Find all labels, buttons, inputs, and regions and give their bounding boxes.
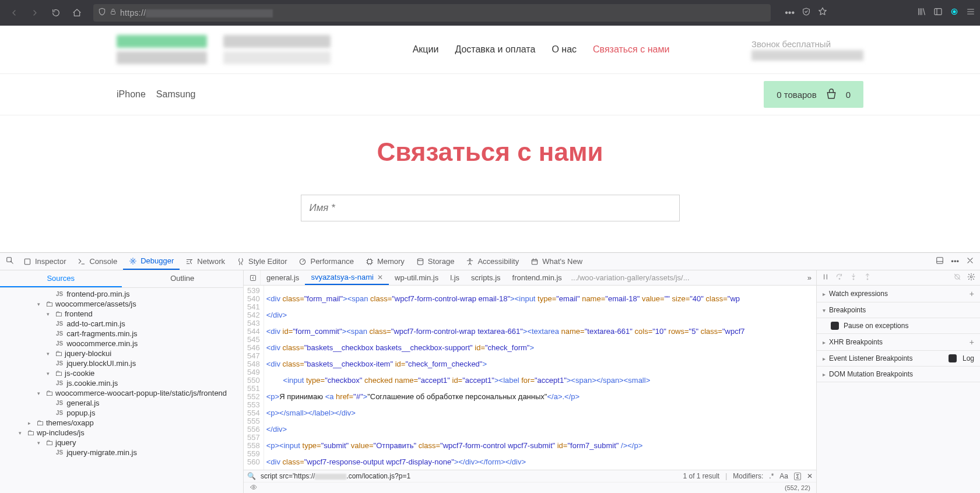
whole-word-icon[interactable]: ⵉ: [794, 473, 801, 480]
tree-file[interactable]: JSwoocommerce.min.js: [0, 339, 243, 348]
page-actions-icon[interactable]: •••: [785, 8, 795, 18]
svg-rect-1: [935, 9, 942, 15]
tab-performance[interactable]: Performance: [293, 253, 359, 270]
tab-iphone[interactable]: iPhone: [117, 89, 146, 100]
tree-file[interactable]: JSjs.cookie.min.js: [0, 378, 243, 388]
reader-icon[interactable]: [802, 7, 811, 19]
log-checkbox-icon[interactable]: [949, 354, 957, 362]
tab-whatsnew[interactable]: What's New: [525, 253, 588, 270]
case-icon[interactable]: Aa: [779, 472, 788, 480]
close-icon[interactable]: ✕: [377, 273, 383, 281]
menu-promo[interactable]: Акции: [413, 44, 439, 55]
xhr-breakpoints[interactable]: ▸XHR Breakpoints+: [817, 334, 980, 351]
outline-tab[interactable]: Outline: [122, 270, 244, 287]
tree-folder[interactable]: ▾🗀js-cookie: [0, 368, 243, 378]
pause-on-exceptions[interactable]: Pause on exceptions: [817, 318, 980, 334]
tree-folder[interactable]: ▾🗀jquery-blockui: [0, 348, 243, 358]
file-tab-scripts[interactable]: scripts.js: [465, 270, 507, 285]
source-tree[interactable]: JSfrontend-pro.min.js ▾🗀woocommerce/asse…: [0, 288, 243, 493]
tree-folder[interactable]: ▸🗀themes/oxapp: [0, 418, 243, 428]
step-in-icon[interactable]: [849, 273, 858, 283]
tab-inspector[interactable]: Inspector: [17, 253, 72, 270]
checkbox-icon[interactable]: [831, 322, 839, 330]
tree-file[interactable]: JSgeneral.js: [0, 398, 243, 408]
tree-folder[interactable]: ▾🗀wp-includes/js: [0, 428, 243, 438]
regex-icon[interactable]: .*: [769, 472, 774, 480]
pick-element-icon[interactable]: [2, 256, 17, 266]
forward-button[interactable]: [26, 3, 44, 22]
cart-widget[interactable]: 0 товаров 0: [764, 81, 863, 108]
url-bar[interactable]: https://: [93, 4, 771, 22]
bookmark-star-icon[interactable]: [818, 7, 827, 19]
home-button[interactable]: [68, 3, 86, 22]
page-title: Связаться с нами: [0, 138, 980, 167]
tree-file[interactable]: JScart-fragments.min.js: [0, 329, 243, 339]
file-tab-general[interactable]: general.js: [261, 270, 305, 285]
tab-storage[interactable]: Storage: [410, 253, 461, 270]
dom-mutation-breakpoints[interactable]: ▸DOM Mutation Breakpoints: [817, 367, 980, 382]
status-bar: (552, 22): [244, 482, 816, 493]
pause-icon[interactable]: [821, 273, 830, 283]
tree-folder[interactable]: ▾🗀woocommerce-woocart-popup-lite/static/…: [0, 388, 243, 398]
tree-folder[interactable]: ▾🗀woocommerce/assets/js: [0, 299, 243, 309]
overflow-icon[interactable]: »: [803, 273, 816, 282]
file-tab-prev-icon[interactable]: [246, 270, 261, 285]
logo-redacted-1: [117, 35, 207, 64]
file-tab-svyaz[interactable]: svyazatsya-s-nami✕: [305, 270, 389, 285]
disable-breakpoints-icon[interactable]: [953, 273, 961, 283]
devtools-close-icon[interactable]: [963, 256, 978, 266]
name-input[interactable]: [301, 195, 680, 221]
svg-rect-12: [937, 258, 943, 264]
watch-eye-icon[interactable]: [250, 484, 258, 492]
page: Акции Доставка и оплата О нас Связаться …: [0, 26, 980, 252]
tab-samsung[interactable]: Samsung: [156, 89, 196, 100]
devtools-more-icon[interactable]: •••: [947, 257, 963, 266]
tab-style-editor[interactable]: Style Editor: [231, 253, 293, 270]
browser-toolbar: https:// •••: [0, 0, 980, 26]
step-out-icon[interactable]: [863, 273, 872, 283]
close-search-icon[interactable]: ✕: [807, 472, 813, 480]
tree-folder[interactable]: ▾🗀frontend: [0, 309, 243, 319]
library-icon[interactable]: [917, 7, 926, 19]
tab-network[interactable]: Network: [180, 253, 231, 270]
file-tab-wp-util[interactable]: wp-util.min.js: [389, 270, 444, 285]
site-header: Акции Доставка и оплата О нас Связаться …: [0, 26, 980, 74]
search-modifiers-label: Modifiers:: [733, 472, 763, 480]
breakpoints[interactable]: ▾Breakpoints: [817, 302, 980, 318]
svg-point-19: [970, 276, 972, 278]
plus-icon[interactable]: +: [970, 337, 974, 347]
tree-file[interactable]: JSfrontend-pro.min.js: [0, 289, 243, 299]
event-listener-breakpoints[interactable]: ▸Event Listener BreakpointsLog: [817, 351, 980, 367]
tab-console[interactable]: Console: [72, 253, 123, 270]
tab-memory[interactable]: Memory: [360, 253, 410, 270]
tree-file[interactable]: JSpopup.js: [0, 408, 243, 418]
plus-icon[interactable]: +: [970, 289, 974, 298]
url-redacted: [146, 9, 273, 17]
settings-icon[interactable]: [967, 273, 975, 283]
basket-icon: [825, 89, 838, 100]
watch-expressions[interactable]: ▸Watch expressions+: [817, 286, 980, 302]
tree-folder[interactable]: ▾🗀jquery: [0, 438, 243, 448]
devtools-dock-icon[interactable]: [932, 256, 947, 266]
app-menu-icon[interactable]: [966, 7, 975, 19]
tab-accessibility[interactable]: Accessibility: [460, 253, 525, 270]
search-query[interactable]: script src='https://.com/location.js?p=1: [261, 472, 410, 480]
sidebar-icon[interactable]: [933, 7, 943, 19]
code-editor[interactable]: 5395405415425435445455465475485495505515…: [244, 286, 816, 470]
tree-file[interactable]: JSadd-to-cart.min.js: [0, 319, 243, 329]
container-icon[interactable]: [950, 7, 959, 19]
file-tab-ljs[interactable]: l.js: [444, 270, 465, 285]
back-button[interactable]: [5, 3, 23, 22]
reload-button[interactable]: [47, 3, 65, 22]
menu-contact[interactable]: Связаться с нами: [593, 44, 669, 55]
sources-tab[interactable]: Sources: [0, 270, 122, 287]
file-tab-frontend[interactable]: frontend.min.js .../woo-variation-galler…: [507, 270, 696, 285]
menu-delivery[interactable]: Доставка и оплата: [455, 44, 535, 55]
menu-about[interactable]: О нас: [552, 44, 577, 55]
tree-file[interactable]: JSjquery.blockUI.min.js: [0, 358, 243, 368]
svg-point-15: [839, 279, 840, 280]
step-over-icon[interactable]: [835, 273, 844, 283]
tab-debugger[interactable]: Debugger: [123, 253, 180, 270]
svg-point-3: [953, 10, 956, 13]
tree-file[interactable]: JSjquery-migrate.min.js: [0, 448, 243, 457]
